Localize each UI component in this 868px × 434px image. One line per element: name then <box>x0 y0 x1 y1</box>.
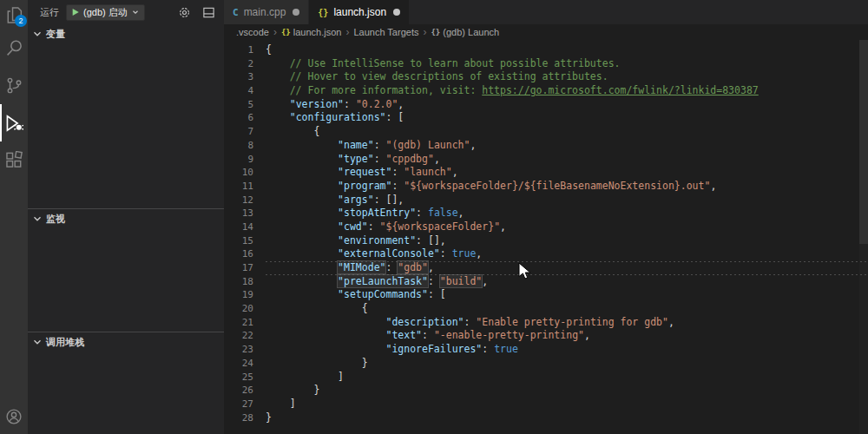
code-line[interactable]: 13 "stopAtEntry": false, <box>224 207 868 220</box>
code-line[interactable]: 27 ] <box>224 398 868 411</box>
line-number[interactable]: 24 <box>224 357 253 371</box>
code-line-content: "description": "Enable pretty-printing f… <box>266 316 868 330</box>
debug-config-dropdown[interactable]: (gdb) 启动 <box>66 4 145 21</box>
editor-scrollbar[interactable] <box>859 40 868 434</box>
code-token: : <box>344 98 356 110</box>
line-number[interactable]: 3 <box>224 70 253 84</box>
line-number[interactable]: 18 <box>224 275 253 289</box>
tab-launch-json[interactable]: {} launch.json <box>309 0 409 24</box>
line-number[interactable]: 5 <box>224 98 253 112</box>
line-number[interactable]: 7 <box>224 125 253 139</box>
code-line[interactable]: 25 ] <box>224 371 868 385</box>
code-line[interactable]: 8 "name": "(gdb) Launch", <box>224 139 868 153</box>
line-number[interactable]: 14 <box>224 220 253 234</box>
watch-section-header[interactable]: 监视 <box>28 209 224 228</box>
call-stack-section-header[interactable]: 调用堆栈 <box>28 332 224 352</box>
line-number[interactable]: 25 <box>224 371 253 385</box>
code-token: : <box>464 316 477 328</box>
line-number[interactable]: 19 <box>224 288 253 302</box>
activity-run-debug-button[interactable] <box>0 104 28 141</box>
section-label: 变量 <box>46 28 65 41</box>
sidebar-title: 运行 <box>40 6 59 19</box>
line-number[interactable]: 15 <box>224 234 253 248</box>
breadcrumb-gdb-launch[interactable]: {} (gdb) Launch <box>431 27 499 37</box>
code-line[interactable]: 5 "version": "0.2.0", <box>224 98 868 112</box>
open-launch-config-button[interactable] <box>175 3 193 21</box>
tab-main-cpp[interactable]: C main.cpp <box>224 0 309 24</box>
activity-search-button[interactable] <box>0 30 28 67</box>
code-line[interactable]: 21 "description": "Enable pretty-printin… <box>224 316 868 330</box>
line-number[interactable]: 27 <box>224 398 253 411</box>
activity-explorer-button[interactable]: 2 <box>0 0 28 30</box>
activity-source-control-button[interactable] <box>0 67 28 104</box>
modified-dot-icon[interactable] <box>393 9 400 16</box>
code-token: : <box>374 139 386 151</box>
breadcrumb-vscode[interactable]: .vscode <box>236 27 269 37</box>
code-line[interactable]: 20 { <box>224 302 868 316</box>
code-line[interactable]: 3 // Hover to view descriptions of exist… <box>224 70 868 84</box>
code-token: , <box>500 220 506 233</box>
line-number[interactable]: 13 <box>224 207 253 220</box>
line-number[interactable]: 16 <box>224 247 253 261</box>
scrollbar-thumb[interactable] <box>859 40 868 244</box>
code-line[interactable]: 6 "configurations": [ <box>224 111 868 125</box>
breadcrumb-launch-json[interactable]: {} launch.json <box>281 27 342 37</box>
code-line[interactable]: 23 "ignoreFailures": true <box>224 343 868 357</box>
line-number[interactable]: 2 <box>224 57 253 71</box>
code-line[interactable]: 22 "text": "-enable-pretty-printing", <box>224 329 868 343</box>
line-number[interactable]: 10 <box>224 166 253 180</box>
code-link[interactable]: https://go.microsoft.com/fwlink/?linkid=… <box>482 84 759 96</box>
line-number[interactable]: 26 <box>224 384 253 398</box>
line-number[interactable]: 8 <box>224 139 253 153</box>
line-number[interactable]: 17 <box>224 261 253 275</box>
line-number[interactable]: 22 <box>224 329 253 343</box>
line-number[interactable]: 28 <box>224 411 253 425</box>
code-line[interactable]: 12 "args": [], <box>224 194 868 207</box>
code-line-content: ] <box>266 398 868 411</box>
breadcrumb: .vscode › {} launch.json › Launch Target… <box>224 24 868 40</box>
code-line[interactable]: 2 // Use IntelliSense to learn about pos… <box>224 57 868 71</box>
start-debugging-icon[interactable] <box>71 8 80 16</box>
line-number[interactable]: 21 <box>224 316 253 330</box>
line-number[interactable]: 1 <box>224 43 253 57</box>
breadcrumb-launch-targets[interactable]: Launch Targets <box>353 27 418 37</box>
line-number[interactable]: 6 <box>224 111 253 125</box>
line-number[interactable]: 9 <box>224 153 253 167</box>
code-line[interactable]: 14 "cwd": "${workspaceFolder}", <box>224 220 868 234</box>
code-area[interactable]: 1{2 // Use IntelliSense to learn about p… <box>224 40 868 434</box>
account-button[interactable] <box>0 399 28 434</box>
line-number[interactable]: 23 <box>224 343 253 357</box>
code-line[interactable]: 11 "program": "${workspaceFolder}/${file… <box>224 180 868 194</box>
code-line[interactable]: 26 } <box>224 384 868 398</box>
code-line[interactable]: 28} <box>224 411 868 425</box>
debug-console-button[interactable] <box>200 3 217 21</box>
code-token <box>266 234 338 247</box>
code-line[interactable]: 10 "request": "launch", <box>224 166 868 180</box>
line-number[interactable]: 11 <box>224 180 253 194</box>
code-line[interactable]: 16 "externalConsole": true, <box>224 247 868 261</box>
code-token: "ignoreFailures" <box>385 343 482 355</box>
chevron-down-icon <box>31 336 43 348</box>
line-number[interactable]: 20 <box>224 302 253 316</box>
code-line[interactable]: 4 // For more information, visit: https:… <box>224 84 868 98</box>
vscode-window: 2 <box>0 0 868 434</box>
modified-dot-icon[interactable] <box>293 9 299 16</box>
code-line[interactable]: 1{ <box>224 43 868 57</box>
line-number[interactable]: 4 <box>224 84 253 98</box>
section-label: 监视 <box>46 213 65 226</box>
code-line[interactable]: 18 "preLaunchTask": "build", <box>224 275 868 289</box>
code-line-content: } <box>266 384 868 398</box>
code-token: { <box>266 302 368 314</box>
code-line[interactable]: 24 } <box>224 357 868 371</box>
code-line[interactable]: 15 "environment": [], <box>224 234 868 248</box>
line-number[interactable]: 12 <box>224 194 253 207</box>
code-token: "description" <box>385 316 464 328</box>
code-line[interactable]: 17 "MIMode": "gdb", <box>224 261 868 275</box>
code-line[interactable]: 9 "type": "cppdbg", <box>224 153 868 167</box>
code-token <box>266 316 385 328</box>
variables-section-header[interactable]: 变量 <box>28 24 224 43</box>
activity-extensions-button[interactable] <box>0 141 28 179</box>
code-line[interactable]: 7 { <box>224 125 868 139</box>
code-token <box>266 220 338 233</box>
code-line[interactable]: 19 "setupCommands": [ <box>224 288 868 302</box>
